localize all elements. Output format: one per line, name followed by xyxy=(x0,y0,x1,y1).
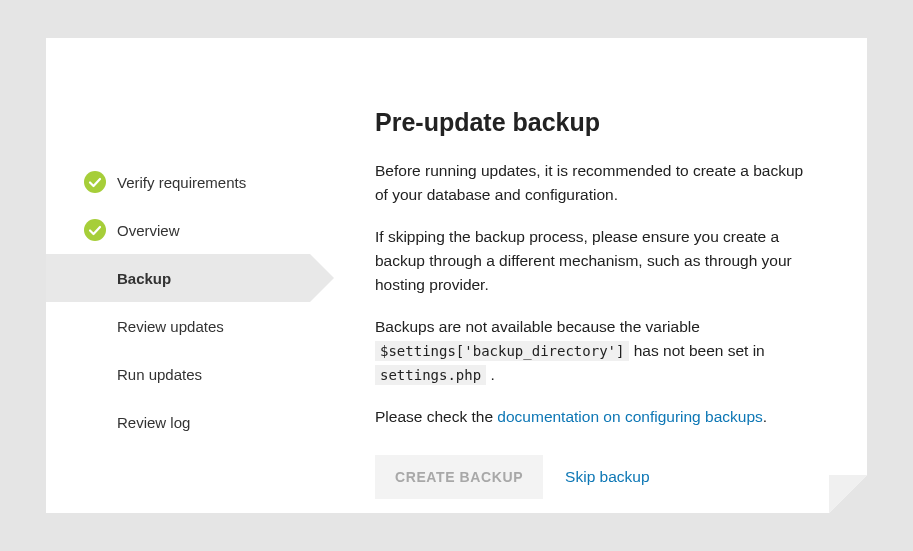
create-backup-button: CREATE BACKUP xyxy=(375,455,543,499)
docs-text-post: . xyxy=(763,408,767,425)
step-review-log[interactable]: Review log xyxy=(46,398,310,446)
docs-paragraph: Please check the documentation on config… xyxy=(375,405,807,429)
warning-paragraph: Backups are not available because the va… xyxy=(375,315,807,387)
intro-paragraph-2: If skipping the backup process, please e… xyxy=(375,225,807,297)
action-bar: CREATE BACKUP Skip backup xyxy=(375,455,807,499)
corner-fold-decoration xyxy=(829,475,867,513)
skip-backup-link[interactable]: Skip backup xyxy=(565,468,649,486)
step-overview[interactable]: Overview xyxy=(46,206,310,254)
page-title: Pre-update backup xyxy=(375,108,807,137)
step-label: Verify requirements xyxy=(117,174,246,191)
current-step-icon xyxy=(83,266,107,290)
svg-point-0 xyxy=(84,171,106,193)
warning-text-mid: has not been set in xyxy=(634,342,765,359)
step-run-updates[interactable]: Run updates xyxy=(46,350,310,398)
installer-card: Verify requirements Overview Backup Revi… xyxy=(46,38,867,513)
step-label: Run updates xyxy=(117,366,202,383)
warning-text-post: . xyxy=(490,366,494,383)
step-sidebar: Verify requirements Overview Backup Revi… xyxy=(46,68,310,513)
warning-text-pre: Backups are not available because the va… xyxy=(375,318,700,335)
step-backup[interactable]: Backup xyxy=(46,254,310,302)
step-label: Overview xyxy=(117,222,180,239)
main-content: Pre-update backup Before running updates… xyxy=(310,68,867,513)
code-settings-file: settings.php xyxy=(375,365,486,385)
step-review-updates[interactable]: Review updates xyxy=(46,302,310,350)
step-verify-requirements[interactable]: Verify requirements xyxy=(46,158,310,206)
code-settings-var: $settings['backup_directory'] xyxy=(375,341,629,361)
svg-point-1 xyxy=(84,219,106,241)
docs-link[interactable]: documentation on configuring backups xyxy=(497,408,762,425)
check-icon xyxy=(83,218,107,242)
docs-text-pre: Please check the xyxy=(375,408,497,425)
check-icon xyxy=(83,170,107,194)
intro-paragraph-1: Before running updates, it is recommende… xyxy=(375,159,807,207)
step-label: Review log xyxy=(117,414,190,431)
step-label: Backup xyxy=(117,270,171,287)
step-label: Review updates xyxy=(117,318,224,335)
